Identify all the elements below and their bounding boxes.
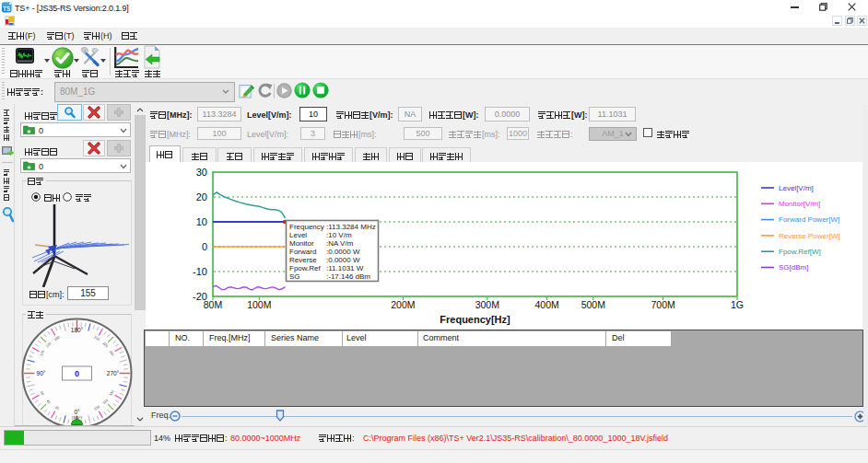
svg-text:Fpow.Ref: Fpow.Ref — [289, 264, 322, 272]
svg-text:Reverse Power[W]: Reverse Power[W] — [779, 232, 840, 240]
svg-text::11.1031 W: :11.1031 W — [326, 264, 364, 272]
svg-text::NA V/m: :NA V/m — [326, 239, 354, 248]
svg-text:0: 0 — [75, 369, 79, 378]
svg-text:270°: 270° — [107, 370, 120, 376]
svg-text:90°: 90° — [37, 370, 46, 376]
svg-text:Forward Power[W]: Forward Power[W] — [779, 215, 839, 224]
svg-text::0.0000 W: :0.0000 W — [326, 256, 360, 264]
svg-text::10 V/m: :10 V/m — [326, 231, 352, 239]
svg-text:0: 0 — [202, 241, 207, 252]
svg-text:20: 20 — [196, 191, 207, 203]
svg-text::113.3284 MHz: :113.3284 MHz — [326, 223, 376, 231]
svg-text:-10: -10 — [193, 266, 207, 277]
svg-text::-17.146 dBm: :-17.146 dBm — [326, 272, 370, 281]
svg-text:Monitor: Monitor — [289, 239, 314, 248]
svg-text:80M: 80M — [204, 299, 222, 310]
svg-text:700M: 700M — [651, 299, 674, 310]
svg-text:180°: 180° — [71, 327, 84, 333]
svg-text::0.0000 W: :0.0000 W — [326, 248, 360, 256]
svg-text:1G: 1G — [731, 299, 744, 310]
svg-text:Reverse: Reverse — [289, 256, 317, 264]
svg-text:Monitor[V/m]: Monitor[V/m] — [779, 200, 820, 208]
svg-text:Frequency[Hz]: Frequency[Hz] — [440, 314, 510, 325]
svg-text:Level: Level — [289, 231, 307, 239]
svg-text:SG[dBm]: SG[dBm] — [779, 263, 808, 272]
svg-text:200M: 200M — [391, 299, 415, 310]
svg-text:TS: TS — [3, 6, 11, 12]
svg-text:0°: 0° — [74, 409, 80, 415]
svg-text:10: 10 — [196, 216, 207, 227]
svg-text:Frequency: Frequency — [289, 223, 324, 231]
svg-text:SG: SG — [289, 272, 300, 281]
svg-text:Fpow.Ref[W]: Fpow.Ref[W] — [779, 248, 821, 256]
svg-text:400M: 400M — [534, 299, 558, 310]
svg-text:100M: 100M — [247, 299, 271, 310]
svg-text:Level[V/m]: Level[V/m] — [779, 184, 814, 192]
svg-text:300M: 300M — [475, 299, 499, 310]
svg-text:30: 30 — [196, 167, 207, 178]
svg-text:Forward: Forward — [289, 248, 316, 256]
svg-text:500M: 500M — [581, 299, 605, 310]
